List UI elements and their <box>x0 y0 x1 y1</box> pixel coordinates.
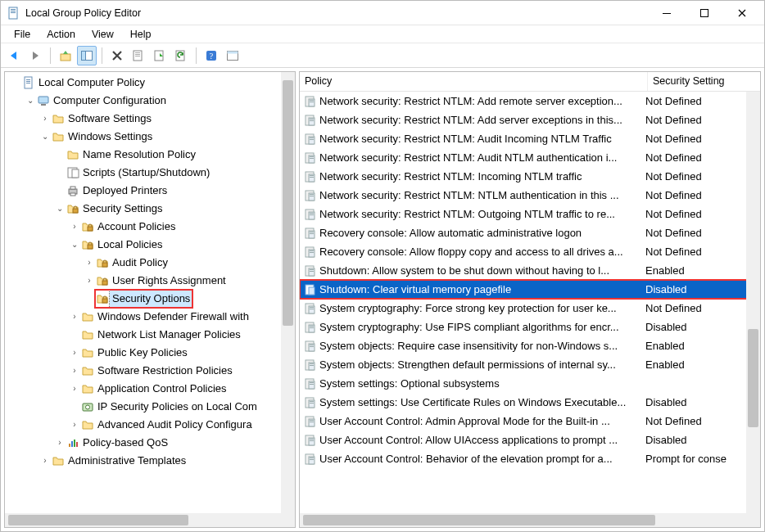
maximize-button[interactable] <box>686 1 723 25</box>
delete-button[interactable] <box>107 46 127 65</box>
folder-icon <box>80 328 95 341</box>
policy-row[interactable]: Network security: Restrict NTLM: Add ser… <box>300 110 760 129</box>
tree-item[interactable]: ›Advanced Audit Policy Configura <box>7 416 293 434</box>
twisty-blank: · <box>69 398 80 416</box>
list-vertical-scrollbar[interactable] <box>746 92 760 513</box>
menu-help[interactable]: Help <box>122 27 160 42</box>
tree-item[interactable]: ›Software Settings <box>7 110 293 128</box>
export-list-button[interactable] <box>150 46 170 65</box>
policy-row[interactable]: Network security: Restrict NTLM: Outgoin… <box>300 205 760 223</box>
policy-row[interactable]: System objects: Require case insensitivi… <box>300 336 760 355</box>
policy-row[interactable]: Network security: Restrict NTLM: Audit N… <box>300 148 760 167</box>
expand-icon[interactable]: › <box>39 110 51 128</box>
svg-rect-108 <box>310 346 314 347</box>
expand-icon[interactable]: › <box>69 218 80 236</box>
tree-item[interactable]: ›Public Key Policies <box>7 344 293 362</box>
tree-item[interactable]: ⌄Computer Configuration <box>7 92 293 110</box>
collapse-icon[interactable]: ⌄ <box>69 236 80 254</box>
menu-action[interactable]: Action <box>38 27 84 42</box>
tree-item[interactable]: ›Policy-based QoS <box>7 434 293 452</box>
tree-horizontal-scrollbar[interactable] <box>5 513 281 527</box>
policy-row[interactable]: System objects: Strengthen default permi… <box>300 355 760 374</box>
column-header-policy[interactable]: Policy <box>300 72 648 91</box>
close-button[interactable] <box>723 1 761 25</box>
tree-item[interactable]: ⌄Windows Settings <box>7 128 293 146</box>
policy-row[interactable]: User Account Control: Admin Approval Mod… <box>300 412 760 431</box>
policy-row[interactable]: Network security: Restrict NTLM: Incomin… <box>300 167 760 186</box>
policy-setting: Not Defined <box>645 186 744 205</box>
policy-row[interactable]: Network security: Restrict NTLM: NTLM au… <box>300 186 760 205</box>
policy-row[interactable]: User Account Control: Behavior of the el… <box>300 449 760 468</box>
svg-rect-12 <box>135 56 140 56</box>
minimize-button[interactable] <box>648 1 686 25</box>
tree-item[interactable]: ›User Rights Assignment <box>7 272 293 290</box>
tree-vertical-scrollbar[interactable] <box>281 72 295 513</box>
policy-row[interactable]: Shutdown: Allow system to be shut down w… <box>300 261 760 280</box>
policy-row[interactable]: Network security: Restrict NTLM: Add rem… <box>300 92 760 110</box>
svg-rect-32 <box>88 245 93 249</box>
policy-name: System settings: Optional subsystems <box>319 374 645 393</box>
nav-tree[interactable]: ·Local Computer Policy⌄Computer Configur… <box>5 72 295 486</box>
tree-item[interactable]: ·Scripts (Startup/Shutdown) <box>7 164 293 182</box>
collapse-icon[interactable]: ⌄ <box>54 200 66 218</box>
policy-list[interactable]: Network security: Restrict NTLM: Add rem… <box>300 92 760 485</box>
refresh-button[interactable] <box>171 46 191 65</box>
collapse-icon[interactable]: ⌄ <box>25 92 36 110</box>
menu-view[interactable]: View <box>84 27 122 42</box>
expand-icon[interactable]: › <box>69 416 80 434</box>
up-button[interactable] <box>56 46 75 65</box>
forward-button[interactable] <box>25 46 45 65</box>
policy-row[interactable]: System cryptography: Force strong key pr… <box>300 299 760 318</box>
policy-row[interactable]: Recovery console: Allow floppy copy and … <box>300 242 760 261</box>
folder-icon <box>66 148 80 161</box>
tree-item[interactable]: ·IP Security Policies on Local Com <box>7 398 293 416</box>
expand-icon[interactable]: › <box>54 434 66 452</box>
show-hide-tree-button[interactable] <box>77 46 97 65</box>
svg-rect-60 <box>310 156 314 157</box>
tree-item[interactable]: ›Windows Defender Firewall with <box>7 308 293 326</box>
policy-setting: Disabled <box>645 280 744 299</box>
folder-icon <box>80 310 95 323</box>
doc-icon <box>21 76 36 89</box>
policy-row[interactable]: Network security: Restrict NTLM: Audit I… <box>300 129 760 148</box>
tree-item[interactable]: ·Name Resolution Policy <box>7 146 293 164</box>
help-button[interactable]: ? <box>201 46 221 65</box>
policy-row[interactable]: Recovery console: Allow automatic admini… <box>300 223 760 242</box>
tree-item[interactable]: ⌄Security Settings <box>7 200 293 218</box>
tree-pane: ·Local Computer Policy⌄Computer Configur… <box>4 71 296 528</box>
tree-item-label: Security Options <box>110 290 192 308</box>
tree-item[interactable]: ›Software Restriction Policies <box>7 362 293 380</box>
policy-row[interactable]: User Account Control: Allow UIAccess app… <box>300 431 760 449</box>
policy-row[interactable]: Shutdown: Clear virtual memory pagefileD… <box>300 280 760 299</box>
tree-item[interactable]: ·Deployed Printers <box>7 182 293 200</box>
tree-item[interactable]: ›Audit Policy <box>7 254 293 272</box>
svg-rect-137 <box>310 458 314 458</box>
tree-item[interactable]: ⌄Local Policies <box>7 236 293 254</box>
policy-row[interactable]: System settings: Optional subsystems <box>300 374 760 393</box>
expand-icon[interactable]: › <box>69 362 80 380</box>
twisty-blank: · <box>54 182 66 200</box>
expand-icon[interactable]: › <box>84 254 95 272</box>
expand-icon[interactable]: › <box>39 452 51 470</box>
expand-icon[interactable]: › <box>69 380 80 398</box>
collapse-icon[interactable]: ⌄ <box>39 128 51 146</box>
back-button[interactable] <box>4 46 24 65</box>
column-header-setting[interactable]: Security Setting <box>648 72 746 91</box>
expand-icon[interactable]: › <box>69 344 80 362</box>
expand-icon[interactable]: › <box>84 272 95 290</box>
policy-row[interactable]: System settings: Use Certificate Rules o… <box>300 393 760 412</box>
tree-item-label: Application Control Policies <box>95 380 229 398</box>
list-horizontal-scrollbar[interactable] <box>300 513 746 527</box>
expand-icon[interactable]: › <box>69 308 80 326</box>
tree-item[interactable]: ·Security Options <box>7 290 293 308</box>
menu-file[interactable]: File <box>6 27 38 42</box>
tree-item[interactable]: ›Account Policies <box>7 218 293 236</box>
tree-item[interactable]: ›Application Control Policies <box>7 380 293 398</box>
policy-row[interactable]: System cryptography: Use FIPS compliant … <box>300 318 760 336</box>
tree-item[interactable]: ›Administrative Templates <box>7 452 293 470</box>
filter-button[interactable] <box>223 46 242 65</box>
tree-item[interactable]: ·Network List Manager Policies <box>7 326 293 344</box>
policy-name: Network security: Restrict NTLM: Audit N… <box>319 148 645 167</box>
properties-button[interactable] <box>129 46 148 65</box>
tree-item[interactable]: ·Local Computer Policy <box>7 74 293 92</box>
